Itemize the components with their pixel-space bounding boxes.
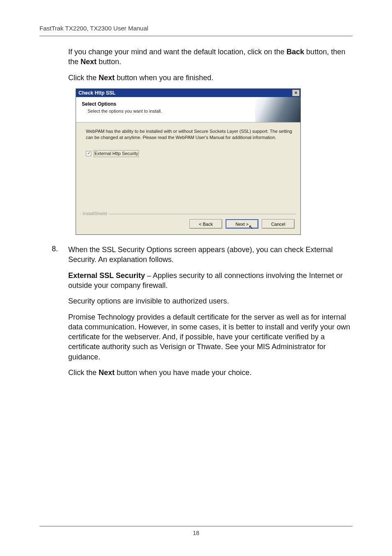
external-http-security-checkbox[interactable]: ✓ xyxy=(86,151,91,156)
text-bold: External SSL Security xyxy=(68,271,145,280)
text-bold: Next xyxy=(99,74,115,82)
text: Click the xyxy=(68,368,99,377)
step-number: 8. xyxy=(52,245,68,383)
text-bold: Next xyxy=(99,368,115,377)
next-button[interactable]: Next > ↖ xyxy=(226,219,258,229)
fieldset-divider: InstallShield xyxy=(80,214,296,214)
dialog-header-panel: Select Options Select the options you wa… xyxy=(76,97,300,123)
text-bold: Back xyxy=(286,48,304,56)
installer-dialog: Check Http SSL ✕ Select Options Select t… xyxy=(76,88,301,235)
text: If you change your mind and want the def… xyxy=(68,48,286,56)
page-footer: 18 xyxy=(39,526,353,536)
text-bold: Next xyxy=(81,58,97,66)
close-icon: ✕ xyxy=(294,90,297,95)
text: button when you have made your choice. xyxy=(115,368,251,377)
step8-text-a: When the SSL Security Options screen app… xyxy=(68,245,353,265)
step8-text-e: Click the Next button when you have made… xyxy=(68,368,353,378)
dialog-body-text: WebPAM has the ability to be installed w… xyxy=(86,128,293,141)
dialog-title: Check Http SSL xyxy=(78,90,115,96)
cursor-icon: ↖ xyxy=(249,224,254,230)
step8-text-b: External SSL Security – Applies security… xyxy=(68,271,353,291)
step8-text-c: Security options are invisible to author… xyxy=(68,296,353,306)
next-button-label: Next > xyxy=(235,222,249,227)
checkmark-icon: ✓ xyxy=(87,151,90,156)
text: button when you are finished. xyxy=(115,74,213,82)
dialog-titlebar: Check Http SSL ✕ xyxy=(76,89,300,97)
step8-text-d: Promise Technology provides a default ce… xyxy=(68,312,353,362)
text: Click the xyxy=(68,74,99,82)
checkbox-label[interactable]: External Http Security xyxy=(94,150,139,157)
page-header: FastTrak TX2200, TX2300 User Manual xyxy=(39,25,353,36)
close-button[interactable]: ✕ xyxy=(292,90,300,96)
intro-paragraph-1: If you change your mind and want the def… xyxy=(68,47,353,67)
page-number: 18 xyxy=(193,530,199,536)
intro-paragraph-2: Click the Next button when you are finis… xyxy=(68,73,353,83)
cancel-button[interactable]: Cancel xyxy=(262,219,295,229)
text: button. xyxy=(97,58,121,66)
header-graphic xyxy=(255,97,300,122)
installshield-label: InstallShield xyxy=(81,211,108,216)
back-button[interactable]: < Back xyxy=(189,219,222,229)
